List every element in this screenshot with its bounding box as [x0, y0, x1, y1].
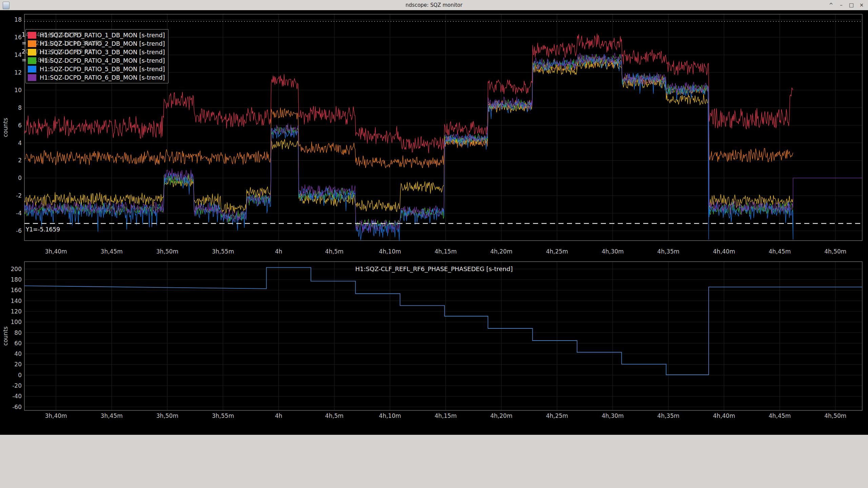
- window-title: ndscope: SQZ monitor: [406, 2, 462, 8]
- svg-text:-6: -6: [16, 227, 22, 234]
- minimize-button[interactable]: –: [837, 1, 846, 9]
- svg-text:8: 8: [18, 104, 22, 111]
- plot-legend[interactable]: H1:SQZ-DCPD_RATIO_1_DB_MON [s-trend]H1:S…: [25, 29, 169, 83]
- svg-text:4h,40m: 4h,40m: [713, 248, 735, 255]
- svg-text:4h,20m: 4h,20m: [490, 412, 512, 419]
- svg-text:4h: 4h: [275, 412, 282, 419]
- legend-item: H1:SQZ-DCPD_RATIO_5_DB_MON [s-trend]: [28, 65, 165, 73]
- svg-text:4h,50m: 4h,50m: [824, 412, 846, 419]
- svg-text:4h,15m: 4h,15m: [435, 412, 457, 419]
- svg-text:14: 14: [14, 52, 22, 58]
- svg-text:4h,15m: 4h,15m: [435, 248, 457, 255]
- legend-channel-label: H1:SQZ-DCPD_RATIO_5_DB_MON [s-trend]: [40, 66, 165, 73]
- svg-text:3h,50m: 3h,50m: [156, 412, 178, 419]
- legend-item: H1:SQZ-DCPD_RATIO_2_DB_MON [s-trend]: [28, 39, 165, 48]
- svg-text:3h,45m: 3h,45m: [101, 248, 123, 255]
- svg-text:6: 6: [18, 122, 22, 129]
- legend-channel-label: H1:SQZ-DCPD_RATIO_1_DB_MON [s-trend]: [40, 32, 165, 39]
- svg-text:160: 160: [11, 287, 22, 293]
- window-controls: ^–□×: [827, 0, 866, 10]
- phase-trace: [24, 267, 862, 375]
- bottom-plot-trace: [24, 267, 862, 375]
- svg-text:20: 20: [14, 361, 22, 368]
- svg-text:18: 18: [14, 16, 22, 23]
- svg-text:-4: -4: [16, 210, 22, 217]
- control-toolbar: ▷start online□stop onlineresetadd channe…: [0, 435, 868, 488]
- svg-text:4: 4: [18, 140, 22, 146]
- svg-text:4h,45m: 4h,45m: [769, 248, 791, 255]
- y-cursor-label: Y1=-5.1659: [26, 226, 60, 233]
- svg-text:4h,5m: 4h,5m: [325, 412, 343, 419]
- plot-region: 3h,40m3h,45m3h,50m3h,55m4h4h,5m4h,10m4h,…: [0, 10, 868, 435]
- svg-text:120: 120: [11, 308, 22, 315]
- legend-swatch-icon: [28, 66, 36, 73]
- svg-text:4h,5m: 4h,5m: [325, 248, 343, 255]
- legend-item: H1:SQZ-DCPD_RATIO_6_DB_MON [s-trend]: [28, 73, 165, 82]
- svg-text:100: 100: [11, 319, 22, 325]
- svg-text:4h,10m: 4h,10m: [379, 412, 401, 419]
- svg-text:4h,50m: 4h,50m: [824, 248, 846, 255]
- svg-text:140: 140: [11, 298, 22, 304]
- svg-text:-60: -60: [12, 404, 22, 410]
- title-bar: ndscope: SQZ monitor ^–□×: [0, 0, 868, 10]
- svg-text:4h,20m: 4h,20m: [490, 248, 512, 255]
- legend-swatch-icon: [28, 74, 36, 81]
- svg-text:4h,30m: 4h,30m: [601, 248, 624, 255]
- svg-text:12: 12: [14, 69, 22, 76]
- svg-text:4h,45m: 4h,45m: [769, 412, 791, 419]
- svg-text:4h: 4h: [275, 248, 282, 255]
- svg-text:80: 80: [14, 329, 22, 336]
- svg-text:-20: -20: [12, 382, 22, 389]
- svg-text:3h,40m: 3h,40m: [45, 412, 67, 419]
- svg-text:60: 60: [14, 340, 22, 347]
- legend-channel-label: H1:SQZ-DCPD_RATIO_6_DB_MON [s-trend]: [40, 74, 165, 81]
- legend-item: H1:SQZ-DCPD_RATIO_3_DB_MON [s-trend]: [28, 48, 165, 56]
- svg-text:16: 16: [14, 34, 22, 41]
- legend-swatch-icon: [28, 49, 36, 56]
- legend-item: H1:SQZ-DCPD_RATIO_1_DB_MON [s-trend]: [28, 31, 165, 39]
- svg-text:3h,55m: 3h,55m: [212, 248, 234, 255]
- svg-text:2: 2: [18, 157, 22, 164]
- svg-text:4h,35m: 4h,35m: [657, 248, 679, 255]
- svg-text:-40: -40: [12, 393, 22, 400]
- svg-text:counts: counts: [2, 326, 9, 346]
- svg-text:counts: counts: [2, 118, 9, 137]
- svg-text:0: 0: [18, 175, 22, 181]
- svg-text:0: 0: [18, 372, 22, 379]
- svg-text:3h,55m: 3h,55m: [212, 412, 234, 419]
- svg-text:40: 40: [14, 350, 22, 357]
- app-icon: [3, 2, 9, 9]
- legend-item: H1:SQZ-DCPD_RATIO_4_DB_MON [s-trend]: [28, 56, 165, 65]
- legend-channel-label: H1:SQZ-DCPD_RATIO_2_DB_MON [s-trend]: [40, 40, 165, 47]
- svg-text:3h,40m: 3h,40m: [45, 248, 67, 255]
- svg-text:4h,35m: 4h,35m: [657, 412, 679, 419]
- close-button[interactable]: ×: [857, 1, 866, 9]
- legend-channel-label: H1:SQZ-DCPD_RATIO_4_DB_MON [s-trend]: [40, 57, 165, 64]
- svg-text:3h,50m: 3h,50m: [156, 248, 178, 255]
- svg-text:4h,25m: 4h,25m: [546, 248, 568, 255]
- svg-text:4h,25m: 4h,25m: [546, 412, 568, 419]
- legend-swatch-icon: [28, 57, 36, 64]
- svg-text:4h,10m: 4h,10m: [379, 248, 401, 255]
- legend-swatch-icon: [28, 32, 36, 39]
- svg-text:-2: -2: [16, 192, 22, 199]
- bottom-plot-axes: 3h,40m3h,45m3h,50m3h,55m4h4h,5m4h,10m4h,…: [2, 262, 862, 419]
- bottom-plot-title: H1:SQZ-CLF_REFL_RF6_PHASE_PHASEDEG [s-tr…: [0, 265, 868, 272]
- legend-channel-label: H1:SQZ-DCPD_RATIO_3_DB_MON [s-trend]: [40, 49, 165, 56]
- svg-text:10: 10: [14, 87, 22, 94]
- svg-text:4h,30m: 4h,30m: [601, 412, 624, 419]
- svg-text:4h,40m: 4h,40m: [713, 412, 735, 419]
- shade-button[interactable]: ^: [827, 1, 835, 9]
- legend-swatch-icon: [28, 40, 36, 47]
- svg-text:3h,45m: 3h,45m: [101, 412, 123, 419]
- maximize-button[interactable]: □: [847, 1, 856, 9]
- svg-text:180: 180: [11, 276, 22, 283]
